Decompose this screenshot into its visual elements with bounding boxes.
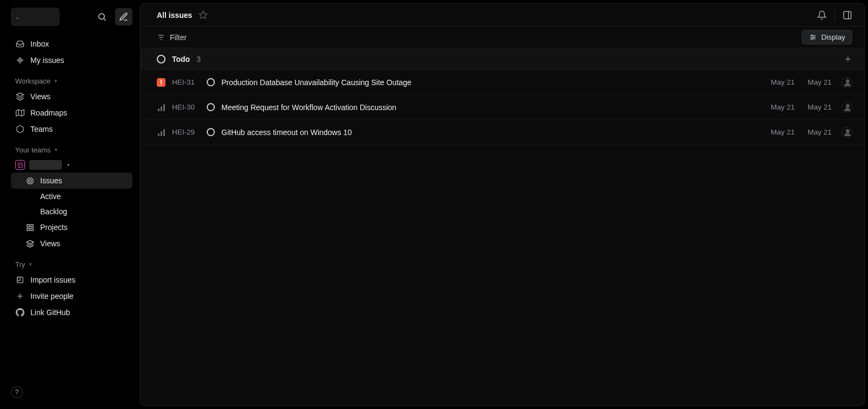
- issue-created-date: May 21: [764, 128, 795, 136]
- status-todo-icon[interactable]: [207, 128, 215, 136]
- sidebar-item-label: Teams: [30, 125, 53, 133]
- team-avatar-icon: [15, 160, 25, 170]
- status-todo-icon: [157, 55, 165, 63]
- sidebar-item-inbox[interactable]: Inbox: [11, 36, 132, 52]
- svg-rect-15: [27, 228, 29, 230]
- toggle-sidebar-button[interactable]: [843, 10, 852, 20]
- inbox-icon: [15, 39, 25, 49]
- search-button[interactable]: [93, 8, 111, 25]
- section-your-teams[interactable]: Your teams ▼: [11, 137, 132, 157]
- sidebar-item-label: Views: [40, 239, 60, 248]
- svg-point-30: [811, 35, 813, 36]
- sidebar-item-roadmaps[interactable]: Roadmaps: [11, 105, 132, 121]
- issue-row[interactable]: HEI-29GitHub access timeout on Windows 1…: [141, 120, 864, 145]
- svg-marker-21: [200, 11, 207, 18]
- sidebar-item-label: Import issues: [30, 276, 75, 284]
- issue-row[interactable]: HEI-30Meeting Request for Workflow Activ…: [141, 95, 864, 120]
- sidebar-top: ⌄: [11, 8, 132, 26]
- issues-icon: [25, 176, 35, 186]
- sidebar-item-label: Active: [40, 192, 61, 201]
- workspace-switcher[interactable]: ⌄: [11, 8, 60, 26]
- chevron-down-icon: ▼: [54, 79, 58, 84]
- sidebar-item-projects[interactable]: Projects: [11, 219, 132, 235]
- svg-marker-5: [16, 110, 24, 116]
- issue-title: Production Database Unavailability Causi…: [221, 78, 758, 87]
- sidebar-item-team-views[interactable]: Views: [11, 235, 132, 252]
- team-sub-items: Issues Active Backlog Projects Views: [11, 172, 132, 252]
- sidebar-item-label: My issues: [30, 56, 64, 65]
- sidebar-item-issues[interactable]: Issues: [11, 172, 132, 189]
- section-label: Workspace: [15, 77, 50, 85]
- sidebar-item-teams[interactable]: Teams: [11, 121, 132, 137]
- layers-icon: [25, 239, 35, 248]
- assignee-button[interactable]: [841, 102, 852, 113]
- grid-icon: [25, 222, 35, 232]
- chevron-down-icon: ▼: [54, 148, 58, 152]
- layers-icon: [15, 92, 25, 101]
- issue-row[interactable]: !HEI-31Production Database Unavailabilit…: [141, 70, 864, 95]
- sidebar: ⌄ Inbox My issues Workspace ▼ Views: [3, 3, 140, 406]
- group-count: 3: [196, 55, 201, 63]
- sidebar-item-label: Link GitHub: [30, 308, 70, 317]
- filter-button[interactable]: Filter: [157, 33, 187, 42]
- section-try[interactable]: Try ▼: [11, 252, 132, 272]
- chevron-down-icon: ⌄: [15, 14, 20, 20]
- assignee-button[interactable]: [841, 127, 852, 138]
- sidebar-item-label: Invite people: [30, 292, 73, 301]
- display-label: Display: [821, 33, 845, 41]
- chevron-down-icon: ▼: [66, 163, 71, 168]
- svg-marker-4: [16, 93, 23, 97]
- sidebar-item-my-issues[interactable]: My issues: [11, 52, 132, 68]
- svg-rect-22: [844, 11, 851, 19]
- display-button[interactable]: Display: [802, 30, 852, 44]
- help-label: ?: [15, 388, 19, 396]
- sidebar-item-invite-people[interactable]: Invite people: [11, 288, 132, 304]
- svg-point-0: [99, 14, 105, 20]
- plus-icon: [15, 291, 25, 301]
- sidebar-item-backlog[interactable]: Backlog: [11, 204, 132, 219]
- page-title: All issues: [157, 11, 192, 20]
- sidebar-item-label: Inbox: [30, 40, 49, 48]
- team-row[interactable]: ▼: [11, 157, 132, 172]
- new-issue-button[interactable]: [115, 8, 132, 25]
- sidebar-item-label: Issues: [40, 176, 62, 185]
- issue-id: HEI-29: [172, 128, 200, 136]
- sidebar-item-import-issues[interactable]: Import issues: [11, 272, 132, 288]
- svg-point-31: [813, 36, 815, 38]
- section-label: Try: [15, 260, 25, 269]
- divider: [834, 10, 835, 21]
- svg-point-32: [811, 38, 813, 40]
- priority-icon[interactable]: !: [157, 78, 165, 87]
- filter-label: Filter: [170, 33, 187, 42]
- svg-point-10: [27, 177, 33, 183]
- help-button[interactable]: ?: [11, 386, 23, 398]
- add-issue-button[interactable]: [844, 55, 852, 63]
- issue-updated-date: May 21: [801, 128, 832, 136]
- chevron-down-icon: ▼: [28, 262, 33, 267]
- svg-rect-13: [30, 224, 33, 226]
- sidebar-item-views[interactable]: Views: [11, 88, 132, 105]
- sidebar-item-active[interactable]: Active: [11, 189, 132, 204]
- group-status-label: Todo: [172, 55, 190, 63]
- priority-icon[interactable]: [157, 129, 165, 136]
- issue-list: !HEI-31Production Database Unavailabilit…: [141, 70, 864, 145]
- section-label: Your teams: [15, 146, 50, 154]
- map-icon: [15, 108, 25, 118]
- notifications-button[interactable]: [817, 10, 827, 20]
- issue-created-date: May 21: [764, 103, 795, 111]
- section-workspace[interactable]: Workspace ▼: [11, 68, 132, 88]
- no-priority-icon: [158, 104, 165, 111]
- cube-icon: [15, 124, 25, 134]
- priority-icon[interactable]: [157, 104, 165, 111]
- favorite-button[interactable]: [199, 10, 208, 20]
- sidebar-item-link-github[interactable]: Link GitHub: [11, 304, 132, 321]
- page-header: All issues: [141, 4, 864, 27]
- status-todo-icon[interactable]: [207, 103, 215, 111]
- status-todo-icon[interactable]: [207, 78, 215, 86]
- sidebar-item-label: Backlog: [40, 207, 67, 216]
- assignee-button[interactable]: [841, 77, 852, 88]
- issue-created-date: May 21: [764, 78, 795, 86]
- team-name-placeholder: [29, 160, 62, 170]
- main-panel: All issues Filter Display: [140, 3, 865, 406]
- import-icon: [15, 275, 25, 285]
